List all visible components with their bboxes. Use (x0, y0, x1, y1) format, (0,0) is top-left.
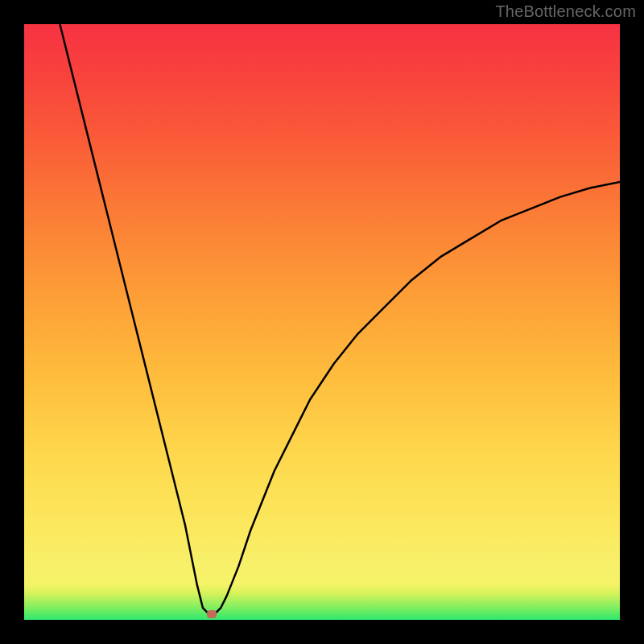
optimal-point-marker (207, 610, 217, 618)
bottleneck-curve-path (60, 24, 620, 614)
curve-svg (24, 24, 620, 620)
chart-frame: TheBottleneck.com (0, 0, 644, 644)
watermark-text: TheBottleneck.com (495, 2, 636, 21)
plot-area (24, 24, 620, 620)
